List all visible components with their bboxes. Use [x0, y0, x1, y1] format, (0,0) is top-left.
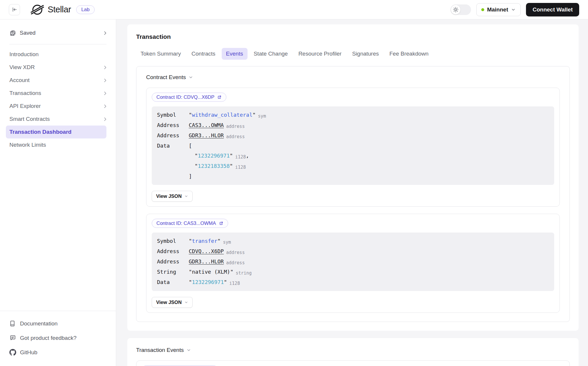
event-field-value: [	[189, 141, 549, 151]
external-link-icon	[219, 221, 223, 226]
network-label: Mainnet	[487, 6, 508, 13]
event-field-row: String"native (XLM)"string	[157, 267, 549, 277]
chevron-right-icon	[103, 91, 108, 96]
sidebar-item-label: Introduction	[9, 51, 39, 58]
type-suffix-label: i128	[229, 281, 240, 286]
sidebar-item-account[interactable]: Account	[0, 74, 116, 87]
sidebar-item-label: Saved	[20, 30, 103, 36]
quote: "	[230, 153, 233, 159]
value-text: [	[189, 143, 192, 149]
brand[interactable]: Stellar Lab	[31, 4, 95, 16]
type-suffix-label: i128	[235, 165, 246, 170]
chevron-down-icon	[511, 7, 516, 12]
event-field-value: GDR3...HLORaddress	[189, 257, 549, 267]
address-link[interactable]: CAS3...OWMA	[189, 122, 224, 128]
sidebar-item-label: Transactions	[9, 90, 41, 96]
footer-link-label: Documentation	[20, 320, 58, 327]
contract-events-header[interactable]: Contract Events	[146, 74, 560, 81]
event-field-key: Symbol	[157, 110, 189, 120]
event-card: Contract ID: CAS3...OWMA Symbol"transfer…	[146, 214, 560, 313]
sidebar-collapse-button[interactable]	[9, 4, 20, 15]
github-link[interactable]: GitHub	[9, 345, 106, 360]
event-fields: Symbol"transfer"symAddressCDVQ...X6DPadd…	[152, 233, 554, 291]
value-text: 1232183358	[198, 163, 230, 169]
chevron-down-icon	[186, 348, 191, 352]
main-content: Transaction Token Summary Contracts Even…	[116, 19, 588, 366]
tab-fee-breakdown[interactable]: Fee Breakdown	[385, 48, 433, 60]
collapse-sidebar-icon	[12, 7, 17, 12]
event-field-key: Address	[157, 257, 189, 267]
contract-id-label: Contract ID: CDVQ...X6DP	[156, 94, 214, 100]
type-suffix-label: sym	[223, 240, 231, 245]
lab-badge: Lab	[76, 5, 94, 14]
event-field-key	[157, 151, 189, 161]
event-field-value: ]	[189, 171, 549, 181]
event-field-key: Address	[157, 246, 189, 257]
sidebar-item-label: API Explorer	[9, 103, 41, 109]
network-select[interactable]: Mainnet	[476, 3, 521, 16]
sidebar-item-label: Network Limits	[9, 142, 46, 148]
event-field-key: Data	[157, 277, 189, 288]
sidebar-item-network-limits[interactable]: Network Limits	[0, 138, 116, 151]
chevron-right-icon	[103, 117, 108, 122]
event-field-key: Data	[157, 141, 189, 151]
type-suffix-label: sym	[258, 113, 266, 119]
quote: "	[189, 238, 192, 244]
sidebar-item-transactions[interactable]: Transactions	[0, 87, 116, 100]
contract-id-label: Contract ID: CAS3...OWMA	[156, 220, 216, 226]
sidebar-item-transaction-dashboard[interactable]: Transaction Dashboard	[6, 126, 106, 138]
address-link[interactable]: GDR3...HLOR	[189, 258, 224, 265]
sidebar-item-api-explorer[interactable]: API Explorer	[0, 100, 116, 113]
quote: "	[189, 279, 192, 285]
sidebar-item-view-xdr[interactable]: View XDR	[0, 61, 116, 74]
view-json-button[interactable]: View JSON	[152, 191, 193, 202]
event-field-row: ]	[157, 171, 549, 181]
tab-resource-profiler[interactable]: Resource Profiler	[294, 48, 346, 60]
quote: "	[195, 153, 198, 159]
quote: "	[230, 163, 233, 169]
event-field-value: CAS3...OWMAaddress	[189, 120, 549, 131]
view-json-button[interactable]: View JSON	[152, 297, 193, 308]
event-field-key	[157, 171, 189, 181]
event-field-value: "withdraw_collateral"sym	[189, 110, 549, 120]
chevron-down-icon	[188, 75, 193, 80]
value-text: transfer	[192, 238, 218, 244]
chevron-right-icon	[103, 78, 108, 83]
chevron-right-icon	[103, 65, 108, 70]
footer-link-label: Got product feedback?	[20, 335, 76, 341]
sidebar-item-label: Transaction Dashboard	[9, 129, 71, 135]
transaction-events-panel: Transaction Events Contract ID: CAS3...O…	[127, 338, 579, 366]
transaction-events-header[interactable]: Transaction Events	[136, 347, 570, 353]
address-link[interactable]: CDVQ...X6DP	[189, 248, 224, 254]
event-field-value: "1232183358"i128	[189, 161, 549, 171]
value-text: 1232296971	[192, 279, 224, 285]
sidebar-item-label: View XDR	[9, 64, 35, 71]
type-suffix-label: address	[226, 260, 245, 265]
save-icon	[9, 30, 16, 36]
tab-state-change[interactable]: State Change	[249, 48, 292, 60]
value-text: native (XLM)	[192, 269, 230, 275]
contract-id-badge[interactable]: Contract ID: CAS3...OWMA	[152, 219, 228, 228]
event-field-value: "native (XLM)"string	[189, 267, 549, 277]
documentation-link[interactable]: Documentation	[9, 316, 106, 331]
value-text: ,	[246, 153, 249, 159]
tab-events[interactable]: Events	[222, 48, 248, 60]
connect-wallet-button[interactable]: Connect Wallet	[526, 3, 579, 16]
event-field-key: Symbol	[157, 236, 189, 246]
sidebar-item-saved[interactable]: Saved	[0, 26, 116, 40]
event-card: Contract ID: CDVQ...X6DP Symbol"withdraw…	[146, 88, 560, 207]
tab-token-summary[interactable]: Token Summary	[136, 48, 185, 60]
value-text: 1232296971	[198, 153, 230, 159]
chevron-down-icon	[184, 300, 188, 304]
tab-signatures[interactable]: Signatures	[348, 48, 383, 60]
contract-id-badge[interactable]: Contract ID: CDVQ...X6DP	[152, 93, 226, 102]
event-field-key	[157, 161, 189, 171]
feedback-link[interactable]: Got product feedback?	[9, 331, 106, 345]
sidebar-item-introduction[interactable]: Introduction	[0, 48, 116, 61]
event-field-value: GDR3...HLORaddress	[189, 131, 549, 141]
address-link[interactable]: GDR3...HLOR	[189, 132, 224, 138]
section-title: Transaction Events	[136, 347, 184, 353]
tab-contracts[interactable]: Contracts	[187, 48, 220, 60]
sidebar-item-smart-contracts[interactable]: Smart Contracts	[0, 113, 116, 126]
theme-toggle[interactable]	[450, 4, 471, 15]
